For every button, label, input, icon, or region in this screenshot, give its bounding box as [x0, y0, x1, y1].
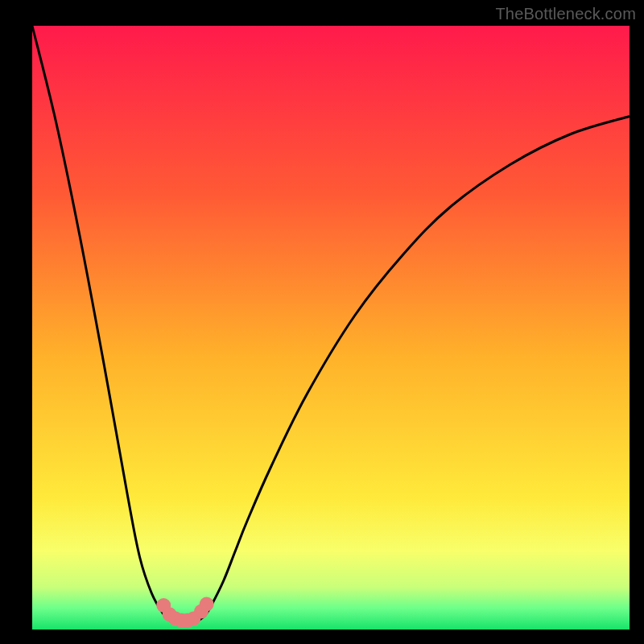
- gradient-background: [32, 26, 630, 630]
- chart-stage: TheBottleneck.com: [0, 0, 644, 644]
- cluster-marker: [200, 597, 214, 612]
- bottleneck-chart: [0, 0, 644, 644]
